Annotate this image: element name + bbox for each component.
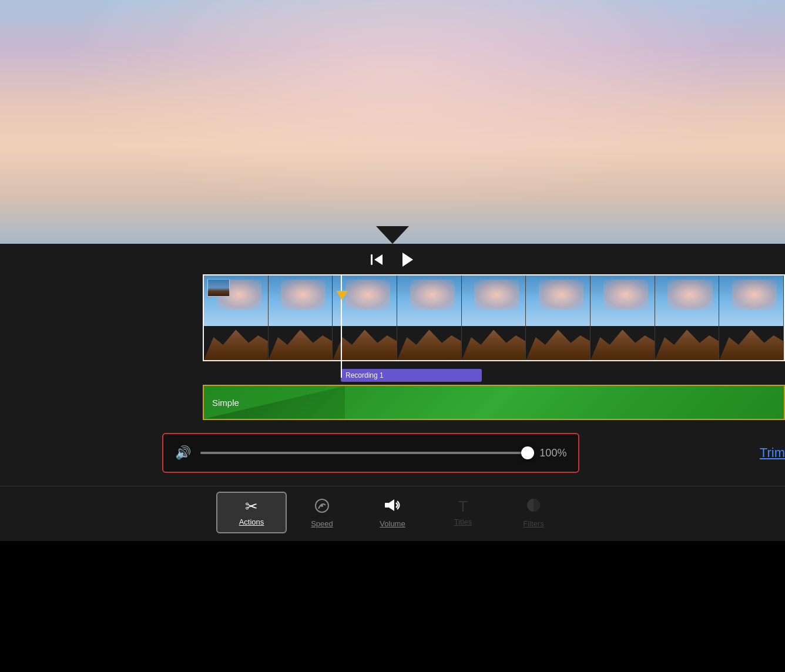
sky-overlay: [0, 0, 785, 244]
speedometer-icon: [314, 497, 330, 516]
preview-pointer: [376, 226, 409, 244]
thumb-cell-0: [204, 275, 269, 360]
svg-marker-6: [389, 499, 394, 511]
video-preview: [0, 0, 785, 244]
thumb-cell-1: [269, 275, 333, 360]
recording-label: Recording 1: [345, 371, 384, 379]
speed-label: Speed: [311, 519, 333, 528]
volume-button[interactable]: Volume: [357, 491, 428, 534]
audio-playhead-arrow: [336, 291, 348, 300]
volume-slider[interactable]: [200, 452, 528, 454]
volume-panel: 🔊 100%: [162, 433, 579, 473]
speed-button[interactable]: Speed: [287, 491, 357, 534]
svg-rect-5: [385, 503, 389, 508]
music-track-label: Simple: [212, 398, 239, 408]
titles-button[interactable]: T Titles: [428, 493, 498, 532]
thumb-cell-8: [719, 275, 784, 360]
recording-bar[interactable]: Recording 1: [341, 369, 482, 382]
svg-marker-2: [402, 253, 413, 267]
playhead: [341, 274, 342, 378]
trim-button[interactable]: Trim: [760, 445, 785, 461]
svg-marker-1: [374, 254, 383, 265]
thumb-cell-6: [591, 275, 655, 360]
volume-slider-thumb[interactable]: [521, 446, 534, 459]
filters-icon: [525, 497, 542, 516]
titles-icon: T: [458, 499, 468, 514]
thumb-cell-7: [655, 275, 720, 360]
speaker-icon: [384, 497, 401, 516]
svg-rect-0: [371, 254, 373, 265]
titles-label: Titles: [454, 518, 472, 526]
video-track[interactable]: [203, 274, 785, 361]
clip-thumbnail-icon: [207, 279, 230, 297]
thumb-cell-3: [397, 275, 462, 360]
scissors-icon: ✂: [245, 499, 258, 514]
volume-slider-fill: [200, 452, 528, 454]
thumb-cell-2: [333, 275, 397, 360]
timeline-area: Recording 1 Simple 🔊 100% Trim ✂ Actions: [0, 244, 785, 541]
thumb-cell-5: [526, 275, 591, 360]
play-button[interactable]: [397, 250, 417, 270]
filters-label: Filters: [523, 519, 544, 528]
actions-button[interactable]: ✂ Actions: [216, 492, 287, 533]
bottom-toolbar: ✂ Actions Speed Vol: [0, 486, 785, 541]
audio-track: Recording 1: [203, 366, 785, 385]
volume-icon: 🔊: [175, 445, 191, 461]
thumb-cell-4: [462, 275, 526, 360]
volume-percentage: 100%: [537, 447, 566, 459]
transport-controls: [0, 244, 785, 274]
actions-label: Actions: [239, 518, 264, 526]
svg-point-4: [321, 505, 323, 507]
filters-button[interactable]: Filters: [498, 491, 569, 534]
track-container: Recording 1 Simple: [0, 274, 785, 420]
volume-panel-wrapper: 🔊 100% Trim: [0, 420, 785, 486]
skip-back-button[interactable]: [368, 251, 385, 268]
background-music-track[interactable]: Simple: [203, 385, 785, 420]
volume-label: Volume: [380, 519, 405, 528]
